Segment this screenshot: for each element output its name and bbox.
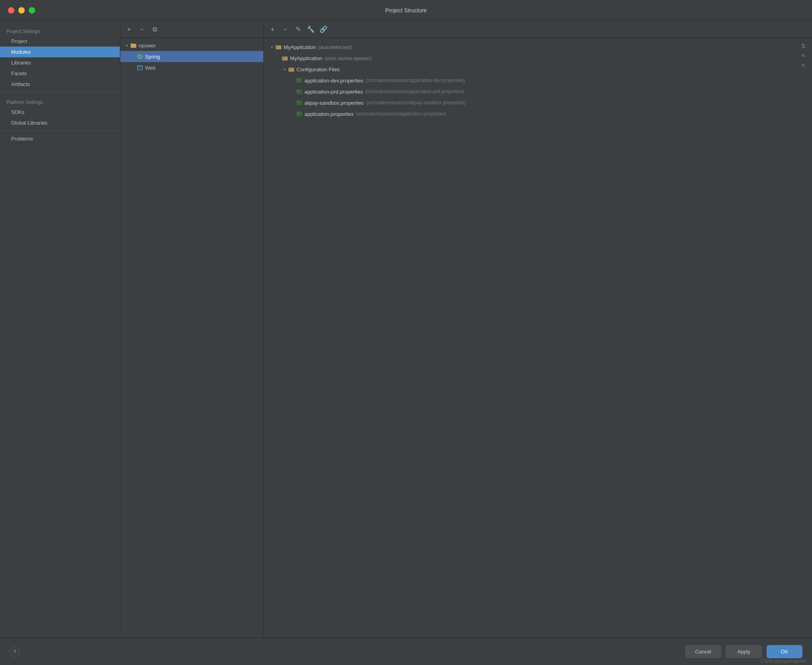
props-icon-3 (296, 99, 303, 106)
svg-point-17 (298, 79, 298, 80)
module-tree-toolbar: + − ⧉ (120, 21, 263, 38)
chevron-down-icon-3: ▾ (281, 67, 288, 72)
chevron-down-icon-2: ▾ (269, 45, 275, 49)
sidebar-item-project[interactable]: Project (0, 36, 120, 47)
ok-button[interactable]: OK (767, 645, 802, 658)
tree-item-app-sandbox[interactable]: alipay-sandbox.properties (src/main/reso… (264, 97, 812, 108)
content-tree: ▾ MyApplication (autodetected) (264, 38, 812, 638)
web-label: Web (145, 65, 156, 71)
help-button[interactable]: ? (10, 647, 20, 657)
sidebar-item-problems[interactable]: Problems (0, 133, 120, 144)
sidebar-item-modules[interactable]: Modules (0, 47, 120, 57)
myapp-sub-meta: (com.niuma.npower) (325, 55, 372, 61)
content-add-button[interactable]: + (267, 24, 278, 35)
svg-point-11 (283, 58, 284, 59)
svg-point-20 (298, 90, 298, 91)
chevron-down-icon: ▾ (124, 43, 130, 48)
app-sandbox-path: (src/main/resources/alipay-sandbox.prope… (366, 100, 466, 106)
props-icon-2 (296, 88, 303, 95)
remove-module-button[interactable]: − (136, 24, 147, 35)
apply-button[interactable]: Apply (726, 645, 762, 658)
props-icon-1 (296, 77, 303, 84)
minus-icon-2: − (283, 26, 287, 33)
no-arrow: ▾ (130, 55, 136, 59)
props-icon-4 (296, 110, 303, 117)
content-wrench-button[interactable]: 🔧 (305, 24, 316, 35)
no-arrow-2: ▾ (130, 66, 136, 70)
sidebar-item-global-libraries[interactable]: Global Libraries (0, 117, 120, 128)
add-module-button[interactable]: + (124, 24, 135, 35)
module-tree: ▾ npower ▾ (120, 38, 263, 638)
sidebar-item-facets[interactable]: Facets (0, 68, 120, 79)
sort-button[interactable]: ≡ (798, 61, 809, 69)
main-layout: Project Settings Project Modules Librari… (0, 21, 812, 638)
wrench-icon: 🔧 (307, 25, 315, 33)
tree-item-app-dev[interactable]: application-dev.properties (src/main/res… (264, 75, 812, 86)
content-panel: + − ✎ 🔧 🔗 ⇅ ≡ ≡ ▾ (264, 21, 812, 638)
platform-settings-label: Platform Settings (0, 95, 120, 107)
question-icon: ? (13, 649, 16, 655)
maximize-button[interactable] (29, 7, 35, 14)
tree-item-spring[interactable]: ▾ Spring (120, 51, 263, 62)
svg-rect-9 (282, 57, 288, 61)
svg-rect-21 (296, 100, 302, 105)
sidebar-item-artifacts[interactable]: Artifacts (0, 79, 120, 90)
spring-icon (136, 53, 143, 60)
svg-rect-0 (131, 44, 136, 48)
minimize-button[interactable] (18, 7, 25, 14)
tree-item-app-props[interactable]: application.properties (src/main/resourc… (264, 108, 812, 119)
scroll-buttons: ⇅ ≡ ≡ (798, 41, 809, 69)
tree-item-npower[interactable]: ▾ npower (120, 40, 263, 51)
tree-item-config-files[interactable]: ▾ Configuration Files (264, 64, 812, 75)
content-link-button[interactable]: 🔗 (318, 24, 329, 35)
myapp-name: MyApplication (284, 44, 316, 50)
sidebar-item-sdks[interactable]: SDKs (0, 107, 120, 117)
svg-rect-18 (296, 89, 302, 94)
config-files-name: Configuration Files (296, 66, 339, 72)
app-prd-name: application-prd.properties (304, 89, 363, 95)
svg-rect-4 (137, 66, 142, 70)
link-icon: 🔗 (320, 25, 328, 33)
svg-rect-24 (296, 111, 302, 116)
content-toolbar: + − ✎ 🔧 🔗 (264, 21, 812, 38)
sidebar-divider (0, 92, 120, 92)
close-button[interactable] (8, 7, 14, 14)
svg-rect-6 (276, 45, 281, 49)
app-dev-path: (src/main/resources/application-dev.prop… (366, 78, 465, 83)
module-tree-panel: + − ⧉ ▾ npower (120, 21, 264, 638)
folder-icon (130, 42, 137, 49)
project-settings-label: Project Settings (0, 24, 120, 36)
svg-point-8 (277, 47, 278, 47)
tree-item-myapplication[interactable]: ▾ MyApplication (autodetected) (264, 41, 812, 53)
app-prd-path: (src/main/resources/application-prd.prop… (365, 89, 464, 94)
sidebar: Project Settings Project Modules Librari… (0, 21, 120, 638)
content-remove-button[interactable]: − (280, 24, 291, 35)
app-dev-name: application-dev.properties (304, 78, 363, 84)
watermark: CSDN @tangfuling1991 (760, 659, 807, 663)
module-icon (275, 43, 282, 51)
copy-module-button[interactable]: ⧉ (149, 24, 160, 35)
tree-item-myapplication-sub[interactable]: MyApplication (com.niuma.npower) (264, 53, 812, 64)
edit-icon: ✎ (296, 25, 301, 33)
module-icon-2 (281, 55, 288, 62)
svg-rect-12 (288, 68, 294, 72)
scroll-up-button[interactable]: ⇅ (798, 41, 809, 50)
myapp-sub-name: MyApplication (290, 55, 322, 61)
tree-item-app-prd[interactable]: application-prd.properties (src/main/res… (264, 86, 812, 97)
cancel-button[interactable]: Cancel (685, 645, 721, 658)
content-edit-button[interactable]: ✎ (292, 24, 304, 35)
sidebar-divider-2 (0, 131, 120, 131)
app-props-path: (src/main/resources/application.properti… (356, 111, 447, 117)
sidebar-item-libraries[interactable]: Libraries (0, 57, 120, 68)
svg-rect-15 (296, 78, 302, 83)
config-icon (288, 66, 295, 73)
window-title: Project Structure (385, 7, 427, 14)
plus-icon-2: + (271, 26, 274, 33)
app-sandbox-name: alipay-sandbox.properties (304, 100, 364, 106)
bottom-bar: ? Cancel Apply OK CSDN @tangfuling1991 (0, 638, 812, 665)
spring-label: Spring (145, 54, 160, 60)
tree-item-web[interactable]: ▾ Web (120, 62, 263, 73)
web-icon (136, 64, 143, 71)
myapp-meta: (autodetected) (318, 44, 352, 50)
filter-button[interactable]: ≡ (798, 51, 809, 60)
